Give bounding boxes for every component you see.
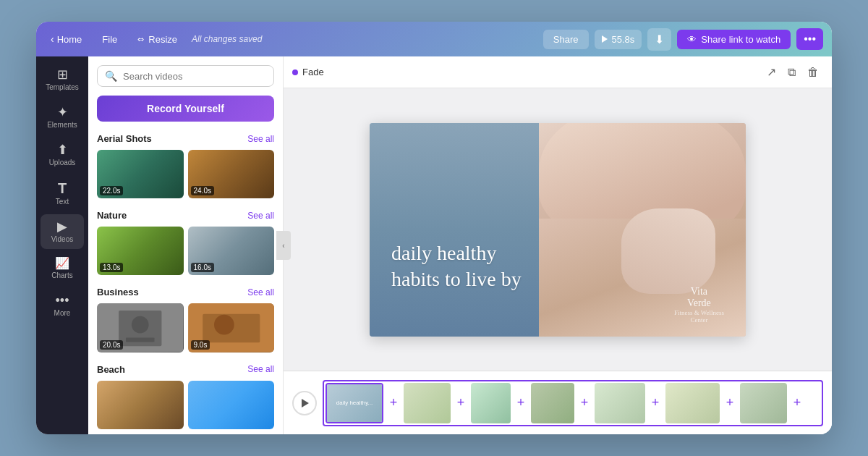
add-after-clip6[interactable]: + bbox=[723, 383, 737, 423]
aerial-duration-2: 24.0s bbox=[191, 186, 214, 195]
canvas-actions: ↗ ⧉ 🗑 bbox=[762, 62, 823, 82]
search-box[interactable]: 🔍 bbox=[97, 65, 274, 87]
play-duration-button[interactable]: 55.8s bbox=[595, 30, 642, 49]
sidebar-item-text[interactable]: T Text bbox=[41, 175, 84, 211]
add-after-clip4[interactable]: + bbox=[577, 383, 592, 423]
home-button[interactable]: ‹ Home bbox=[45, 30, 88, 48]
share-watch-button[interactable]: 👁 Share link to watch bbox=[677, 30, 791, 49]
aerial-see-all[interactable]: See all bbox=[247, 134, 274, 144]
beach-thumb-2[interactable] bbox=[188, 381, 275, 429]
sidebar-item-elements[interactable]: ✦ Elements bbox=[41, 100, 84, 135]
headline-line1: daily healthy bbox=[391, 242, 496, 264]
topbar: ‹ Home File ⇔ Resize All changes saved S… bbox=[36, 22, 832, 56]
transition-indicator: Fade bbox=[292, 67, 324, 77]
search-input[interactable] bbox=[123, 71, 266, 82]
sidebar-item-videos[interactable]: ▶ Videos bbox=[41, 214, 84, 249]
beach-title: Beach bbox=[97, 364, 125, 375]
clip-5-content bbox=[595, 383, 645, 423]
timeline-clip-3[interactable] bbox=[471, 383, 511, 423]
timeline-clip-6[interactable] bbox=[665, 383, 720, 423]
share-button[interactable]: Share bbox=[543, 30, 589, 49]
panel-collapse-button[interactable]: ‹ bbox=[276, 231, 291, 260]
canvas-preview: daily healthy habits to live by Vita Ver… bbox=[284, 88, 832, 371]
nature-duration-1: 13.0s bbox=[100, 263, 123, 272]
add-after-clip3[interactable]: + bbox=[514, 383, 528, 423]
topbar-left: ‹ Home File ⇔ Resize All changes saved bbox=[45, 30, 537, 48]
aerial-section-header: Aerial Shots See all bbox=[97, 133, 274, 144]
clip-7-content bbox=[740, 383, 787, 423]
timeline-track: daily healthy... + + + + bbox=[323, 380, 823, 426]
elements-label: Elements bbox=[47, 121, 77, 129]
nature-grid: 13.0s 16.0s bbox=[97, 227, 274, 275]
topbar-right: Share 55.8s ⬇ 👁 Share link to watch ••• bbox=[543, 28, 823, 51]
templates-icon: ⊞ bbox=[57, 68, 68, 81]
delete-frame-button[interactable]: 🗑 bbox=[803, 62, 823, 82]
add-after-clip2[interactable]: + bbox=[454, 383, 468, 423]
business-see-all[interactable]: See all bbox=[247, 287, 274, 297]
beach-see-all[interactable]: See all bbox=[247, 364, 274, 374]
business-grid: 20.0s 9.0s bbox=[97, 303, 274, 352]
timeline-clip-5[interactable] bbox=[595, 383, 645, 423]
more-icon: ••• bbox=[56, 294, 69, 307]
resize-button[interactable]: ⇔ Resize bbox=[132, 31, 183, 48]
elements-icon: ✦ bbox=[57, 106, 68, 119]
clip-6-content bbox=[665, 383, 720, 423]
timeline-clip-1[interactable]: daily healthy... bbox=[326, 383, 383, 423]
file-button[interactable]: File bbox=[96, 31, 123, 48]
duration-label: 55.8s bbox=[612, 34, 635, 45]
timeline-play-button[interactable] bbox=[292, 391, 317, 415]
timeline-clip-4[interactable] bbox=[531, 383, 574, 423]
nature-duration-2: 16.0s bbox=[191, 263, 214, 272]
blue-bg bbox=[370, 123, 539, 337]
canvas-toolbar: Fade ↗ ⧉ 🗑 bbox=[284, 56, 832, 88]
aerial-duration-1: 22.0s bbox=[100, 186, 123, 195]
svg-rect-3 bbox=[126, 338, 155, 342]
main-body: ⊞ Templates ✦ Elements ⬆ Uploads T Text … bbox=[36, 56, 832, 434]
timeline-clip-2[interactable] bbox=[404, 383, 451, 423]
business-section-header: Business See all bbox=[97, 287, 274, 297]
sidebar-item-uploads[interactable]: ⬆ Uploads bbox=[41, 138, 84, 172]
text-icon: T bbox=[58, 181, 67, 195]
home-label: Home bbox=[57, 34, 82, 45]
beach-thumb-1[interactable] bbox=[97, 381, 184, 429]
sidebar-item-charts[interactable]: 📈 Charts bbox=[41, 252, 84, 285]
templates-label: Templates bbox=[46, 83, 79, 91]
record-yourself-button[interactable]: Record Yourself bbox=[97, 96, 274, 122]
share-watch-label: Share link to watch bbox=[701, 34, 780, 45]
nature-see-all[interactable]: See all bbox=[247, 211, 274, 221]
uploads-icon: ⬆ bbox=[57, 143, 68, 156]
preview-image: daily healthy habits to live by Vita Ver… bbox=[370, 123, 746, 337]
business-thumb-1[interactable]: 20.0s bbox=[97, 303, 184, 352]
more-options-button[interactable]: ••• bbox=[796, 28, 823, 50]
brand-sub-2: Center bbox=[690, 316, 707, 324]
clip-3-content bbox=[471, 383, 511, 423]
download-button[interactable]: ⬇ bbox=[647, 28, 671, 51]
brand-vita: Vita bbox=[691, 286, 707, 297]
text-label: Text bbox=[56, 198, 69, 206]
nature-thumb-1[interactable]: 13.0s bbox=[97, 227, 184, 275]
add-after-clip5[interactable]: + bbox=[648, 383, 663, 423]
preview-brand: Vita Verde Fitness & Wellness Center bbox=[674, 286, 724, 324]
timeline: daily healthy... + + + + bbox=[284, 371, 832, 434]
nature-title: Nature bbox=[97, 210, 127, 221]
preview-card[interactable]: daily healthy habits to live by Vita Ver… bbox=[370, 123, 746, 337]
share-frame-button[interactable]: ↗ bbox=[762, 62, 780, 82]
duplicate-frame-button[interactable]: ⧉ bbox=[783, 62, 800, 82]
clip-1-content: daily healthy... bbox=[327, 384, 382, 422]
sidebar-item-templates[interactable]: ⊞ Templates bbox=[41, 62, 84, 97]
nature-section-header: Nature See all bbox=[97, 210, 274, 221]
timeline-clip-7[interactable] bbox=[740, 383, 787, 423]
add-after-clip7[interactable]: + bbox=[790, 383, 804, 423]
business-thumb-2[interactable]: 9.0s bbox=[188, 303, 275, 352]
beach-section-header: Beach See all bbox=[97, 364, 274, 375]
headline-line2: habits to live by bbox=[391, 268, 522, 290]
aerial-thumb-1[interactable]: 22.0s bbox=[97, 150, 184, 198]
videos-label: Videos bbox=[51, 235, 73, 243]
business-duration-2: 9.0s bbox=[191, 340, 210, 350]
aerial-title: Aerial Shots bbox=[97, 133, 152, 144]
aerial-thumb-2[interactable]: 24.0s bbox=[188, 150, 275, 198]
clip-1-label: daily healthy... bbox=[335, 398, 375, 408]
add-after-clip1[interactable]: + bbox=[386, 383, 401, 423]
sidebar-item-more[interactable]: ••• More bbox=[41, 288, 84, 323]
nature-thumb-2[interactable]: 16.0s bbox=[188, 227, 275, 275]
